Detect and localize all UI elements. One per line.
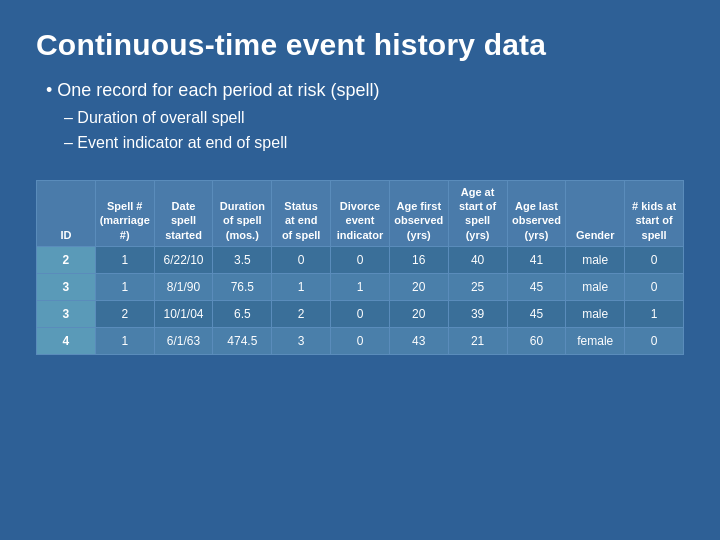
col-header-col-spell: Spell #(marriage #) (95, 180, 154, 246)
cell-status: 2 (272, 300, 331, 327)
slide: Continuous-time event history data One r… (0, 0, 720, 540)
cell-ageat: 25 (448, 273, 507, 300)
cell-id: 3 (37, 273, 96, 300)
cell-duration: 3.5 (213, 246, 272, 273)
cell-agelast: 45 (507, 300, 566, 327)
cell-ageat: 39 (448, 300, 507, 327)
cell-id: 3 (37, 300, 96, 327)
cell-agefirst: 43 (389, 327, 448, 354)
col-header-col-id: ID (37, 180, 96, 246)
cell-status: 1 (272, 273, 331, 300)
table-row: 318/1/9076.511202545male0 (37, 273, 684, 300)
cell-id: 2 (37, 246, 96, 273)
cell-spell: 2 (95, 300, 154, 327)
cell-date: 8/1/90 (154, 273, 213, 300)
col-header-col-ageat: Age atstart ofspell (yrs) (448, 180, 507, 246)
cell-gender: male (566, 273, 625, 300)
cell-duration: 474.5 (213, 327, 272, 354)
col-header-col-agefirst: Age firstobserved(yrs) (389, 180, 448, 246)
sub-bullet-1: Duration of overall spell (64, 107, 684, 129)
col-header-col-divorce: Divorceeventindicator (331, 180, 390, 246)
cell-duration: 6.5 (213, 300, 272, 327)
cell-agefirst: 16 (389, 246, 448, 273)
cell-agefirst: 20 (389, 273, 448, 300)
cell-agelast: 45 (507, 273, 566, 300)
table-header-row: IDSpell #(marriage #)DatespellstartedDur… (37, 180, 684, 246)
cell-kids: 0 (625, 273, 684, 300)
cell-kids: 0 (625, 327, 684, 354)
cell-id: 4 (37, 327, 96, 354)
col-header-col-status: Statusat endof spell (272, 180, 331, 246)
col-header-col-gender: Gender (566, 180, 625, 246)
cell-gender: male (566, 300, 625, 327)
cell-agefirst: 20 (389, 300, 448, 327)
col-header-col-duration: Durationof spell(mos.) (213, 180, 272, 246)
cell-agelast: 41 (507, 246, 566, 273)
event-history-table: IDSpell #(marriage #)DatespellstartedDur… (36, 180, 684, 355)
cell-divorce: 0 (331, 246, 390, 273)
cell-status: 0 (272, 246, 331, 273)
cell-kids: 0 (625, 246, 684, 273)
bullet-main: One record for each period at risk (spel… (46, 80, 684, 101)
cell-divorce: 0 (331, 300, 390, 327)
bullet-list: One record for each period at risk (spel… (46, 80, 684, 158)
cell-gender: male (566, 246, 625, 273)
col-header-col-date: Datespellstarted (154, 180, 213, 246)
cell-ageat: 21 (448, 327, 507, 354)
cell-kids: 1 (625, 300, 684, 327)
cell-divorce: 1 (331, 273, 390, 300)
data-table-wrapper: IDSpell #(marriage #)DatespellstartedDur… (36, 180, 684, 520)
table-row: 3210/1/046.520203945male1 (37, 300, 684, 327)
cell-ageat: 40 (448, 246, 507, 273)
table-row: 216/22/103.500164041male0 (37, 246, 684, 273)
sub-bullet-list: Duration of overall spell Event indicato… (64, 107, 684, 155)
cell-agelast: 60 (507, 327, 566, 354)
col-header-col-agelast: Age lastobserved(yrs) (507, 180, 566, 246)
cell-duration: 76.5 (213, 273, 272, 300)
cell-gender: female (566, 327, 625, 354)
cell-spell: 1 (95, 327, 154, 354)
col-header-col-kids: # kids atstart ofspell (625, 180, 684, 246)
page-title: Continuous-time event history data (36, 28, 684, 62)
cell-status: 3 (272, 327, 331, 354)
cell-spell: 1 (95, 273, 154, 300)
cell-spell: 1 (95, 246, 154, 273)
cell-date: 6/22/10 (154, 246, 213, 273)
cell-date: 6/1/63 (154, 327, 213, 354)
cell-date: 10/1/04 (154, 300, 213, 327)
sub-bullet-2: Event indicator at end of spell (64, 132, 684, 154)
cell-divorce: 0 (331, 327, 390, 354)
table-row: 416/1/63474.530432160female0 (37, 327, 684, 354)
